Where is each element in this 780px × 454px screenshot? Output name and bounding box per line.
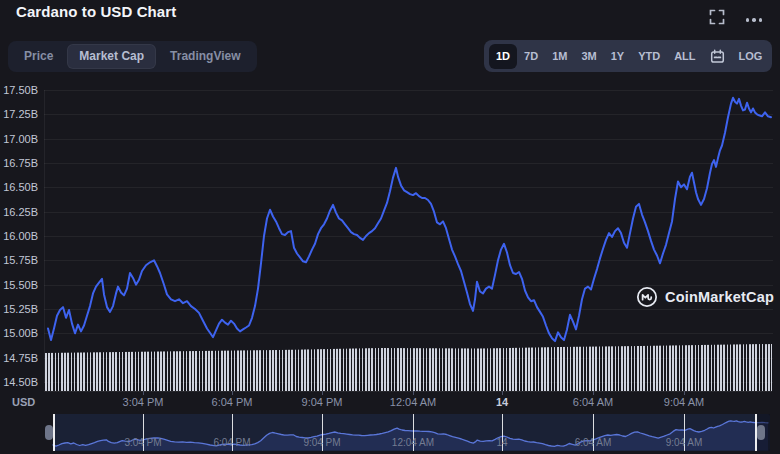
coinmarketcap-watermark: CoinMarketCap [636,286,774,308]
x-axis-tick [143,391,144,395]
range-button-all[interactable]: ALL [667,44,702,69]
x-axis-tick [684,391,685,395]
y-axis-label: 14.75B [0,352,38,364]
x-axis-label: 6:04 AM [573,396,613,408]
page-title: Cardano to USD Chart [16,3,176,20]
x-axis-label: 6:04 PM [212,396,253,408]
y-axis-label: 17.25B [0,108,38,120]
tab-tradingview[interactable]: TradingView [158,44,252,69]
calendar-icon [710,49,725,64]
y-axis-label: 15.50B [0,279,38,291]
ellipsis-icon [744,10,764,25]
x-axis-tick [322,391,323,395]
x-axis-tick [232,391,233,395]
navigator-right-handle[interactable] [757,425,765,440]
chart-type-tabs: PriceMarket CapTradingView [8,41,257,72]
x-axis-tick [593,391,594,395]
range-button-3m[interactable]: 3M [574,44,603,69]
x-axis-label: 14 [496,396,508,408]
plot-area[interactable] [44,90,773,383]
range-button-7d[interactable]: 7D [517,44,545,69]
y-axis-label: 16.25B [0,206,38,218]
x-axis-tick [413,391,414,395]
x-axis-label: 12:04 AM [390,396,436,408]
navigator-time-label: 6:04 AM [575,437,612,448]
navigator-time-label: 9:04 AM [666,437,703,448]
navigator-time-label: 14 [496,437,507,448]
x-axis-label: 3:04 PM [123,396,164,408]
navigator-left-handle[interactable] [45,425,53,440]
tab-price[interactable]: Price [12,44,65,69]
more-options-button[interactable] [740,6,768,28]
y-axis-label: 15.00B [0,327,38,339]
y-axis-label: 15.75B [0,254,38,266]
navigator-time-label: 3:04 PM [124,437,161,448]
coinmarketcap-logo-icon [636,286,658,308]
y-axis-label: 16.50B [0,181,38,193]
range-button-1y[interactable]: 1Y [604,44,631,69]
fullscreen-icon [709,9,725,25]
navigator-time-label: 12:04 AM [392,437,434,448]
navigator-time-label: 9:04 PM [303,437,340,448]
tab-market-cap[interactable]: Market Cap [67,44,156,69]
axis-unit-label: USD [12,396,35,408]
navigator-time-label: 6:04 PM [213,437,250,448]
cardano-chart-widget: Cardano to USD Chart PriceMarket CapTrad… [0,0,780,454]
y-axis-label: 16.00B [0,230,38,242]
x-axis-label: 9:04 PM [302,396,343,408]
y-axis-label: 15.25B [0,303,38,315]
x-axis-label: 9:04 AM [664,396,704,408]
coinmarketcap-watermark-text: CoinMarketCap [665,289,774,305]
calendar-range-button[interactable] [703,44,732,69]
range-button-ytd[interactable]: YTD [631,44,667,69]
y-axis-label: 14.50B [0,376,38,388]
range-button-1m[interactable]: 1M [545,44,574,69]
y-axis-label: 17.50B [0,84,38,96]
x-axis-baseline [44,391,772,392]
navigator-left-bound [53,414,55,451]
y-axis-label: 17.00B [0,133,38,145]
y-axis-label: 16.75B [0,157,38,169]
range-button-1d[interactable]: 1D [489,44,517,69]
range-button-log[interactable]: LOG [732,44,770,69]
range-selector: 1D7D1M3M1YYTDALLLOG [484,40,772,72]
fullscreen-button[interactable] [704,6,730,28]
x-axis-tick [502,391,503,395]
